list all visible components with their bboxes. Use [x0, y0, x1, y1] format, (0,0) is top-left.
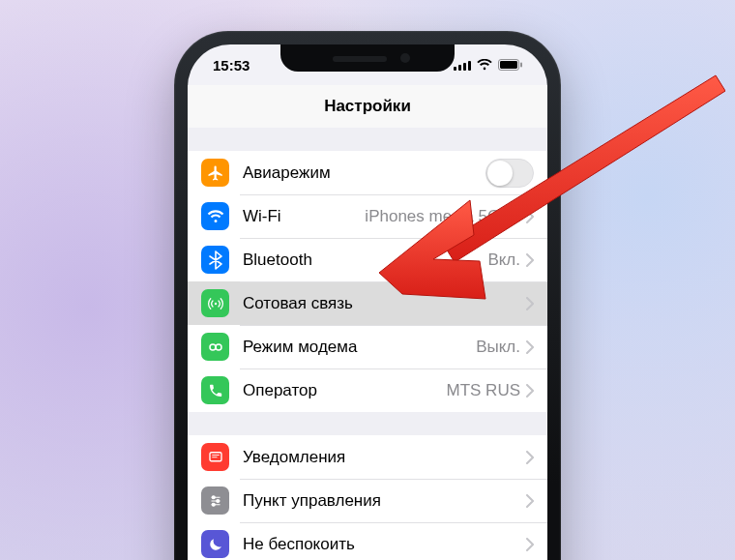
row-label: Оператор	[243, 381, 447, 400]
svg-rect-12	[212, 457, 217, 457]
svg-rect-1	[458, 65, 461, 71]
row-dnd[interactable]: Не беспокоить	[188, 522, 547, 560]
row-detail: MTS RUS	[447, 381, 521, 400]
row-detail: Выкл.	[476, 338, 520, 357]
row-airplane[interactable]: Авиарежим	[188, 151, 547, 194]
row-bluetooth[interactable]: Bluetooth Вкл.	[188, 238, 547, 281]
status-right	[454, 59, 522, 71]
row-label: Wi-Fi	[243, 207, 365, 226]
page-title: Настройки	[324, 97, 411, 116]
svg-point-13	[212, 495, 215, 498]
chevron-right-icon	[526, 210, 534, 223]
notifications-icon	[201, 443, 229, 471]
dnd-icon	[201, 530, 229, 558]
row-label: Уведомления	[243, 448, 526, 467]
svg-point-14	[216, 499, 219, 502]
row-control-center[interactable]: Пункт управления	[188, 479, 547, 522]
airplane-toggle[interactable]	[485, 159, 534, 188]
row-label: Не беспокоить	[243, 535, 526, 554]
airplane-icon	[201, 159, 229, 187]
chevron-right-icon	[526, 340, 534, 354]
phone-notch	[280, 44, 455, 72]
row-hotspot[interactable]: Режим модема Выкл.	[188, 325, 547, 368]
svg-rect-2	[463, 63, 466, 71]
svg-point-9	[216, 344, 221, 350]
row-cellular[interactable]: Сотовая связь	[188, 281, 547, 325]
row-label: Сотовая связь	[243, 294, 526, 313]
wifi-status-icon	[477, 59, 492, 71]
row-label: Пункт управления	[243, 491, 526, 511]
svg-rect-5	[500, 61, 517, 69]
hotspot-icon	[201, 333, 229, 361]
svg-rect-11	[212, 455, 220, 456]
row-label: Авиарежим	[243, 163, 485, 183]
group-gap	[188, 412, 547, 435]
nav-header: Настройки	[188, 85, 547, 129]
control-center-icon	[201, 486, 229, 515]
row-wifi[interactable]: Wi-Fi iPhones media 5GHz	[188, 194, 547, 238]
svg-rect-0	[454, 67, 456, 71]
row-detail: Вкл.	[487, 251, 520, 270]
cellular-icon	[201, 289, 229, 317]
battery-icon	[498, 59, 522, 71]
chevron-right-icon	[526, 384, 534, 398]
svg-rect-6	[520, 63, 522, 68]
chevron-right-icon	[526, 538, 534, 551]
status-time: 15:53	[213, 57, 250, 74]
svg-point-15	[212, 503, 215, 506]
phone-frame: 15:53 Настройки	[174, 31, 561, 560]
svg-rect-3	[468, 61, 471, 71]
settings-table: Авиарежим Wi-Fi iPhones media 5GHz Bluet…	[188, 128, 547, 560]
phone-screen: 15:53 Настройки	[188, 44, 547, 560]
row-notifications[interactable]: Уведомления	[188, 435, 547, 479]
chevron-right-icon	[526, 297, 534, 310]
svg-point-8	[210, 344, 216, 350]
bluetooth-icon	[201, 246, 229, 274]
row-label: Режим модема	[243, 338, 476, 357]
chevron-right-icon	[526, 494, 534, 508]
chevron-right-icon	[526, 253, 534, 267]
svg-point-7	[214, 302, 216, 304]
signal-icon	[454, 60, 471, 71]
row-carrier[interactable]: Оператор MTS RUS	[188, 368, 547, 412]
carrier-icon	[201, 376, 229, 404]
row-detail: iPhones media 5GHz	[365, 207, 520, 226]
row-label: Bluetooth	[243, 251, 487, 270]
chevron-right-icon	[526, 451, 534, 464]
wifi-icon	[201, 202, 229, 230]
group-gap	[188, 128, 547, 151]
